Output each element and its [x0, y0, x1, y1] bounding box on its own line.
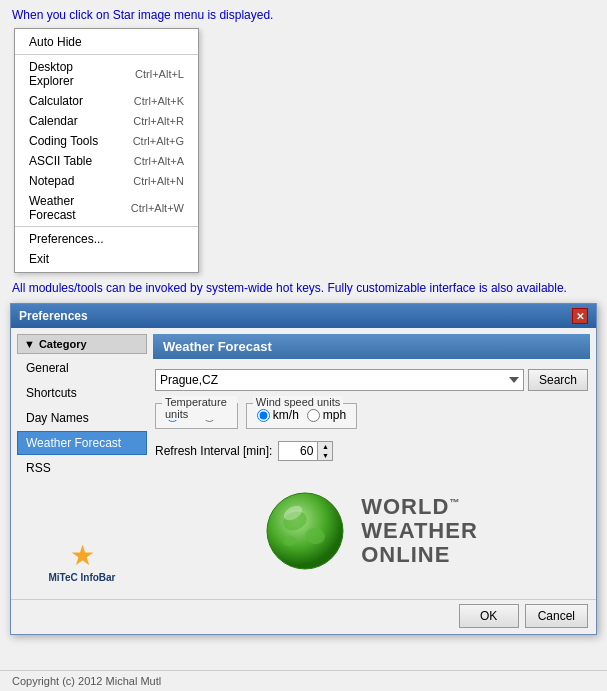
- options-row: Temperature units °C F: [153, 401, 590, 431]
- menu-item-preferences-label: Preferences...: [29, 232, 104, 246]
- dialog-overlay: Preferences ✕ ▼ Category General: [0, 303, 607, 635]
- sidebar-item-daynames[interactable]: Day Names: [17, 406, 147, 430]
- spinner-down-button[interactable]: ▼: [318, 451, 332, 460]
- menu-item-weather-forecast[interactable]: Weather Forecast Ctrl+Alt+W: [15, 191, 198, 227]
- top-info-text: When you click on Star image menu is dis…: [12, 8, 273, 22]
- wwo-logo-area: WORLD™ WEATHER ONLINE: [153, 471, 590, 591]
- menu-divider-1: [15, 54, 198, 55]
- temperature-units-group: Temperature units °C F: [155, 403, 238, 429]
- menu-item-autohide-label: Auto Hide: [29, 35, 82, 49]
- refresh-row: Refresh Interval [min]: ▲ ▼: [153, 437, 590, 465]
- dialog-footer: OK Cancel: [11, 599, 596, 634]
- sidebar-triangle-icon: ▼: [24, 338, 35, 350]
- context-menu: Auto Hide Desktop Explorer Ctrl+Alt+L Ca…: [14, 28, 199, 273]
- bottom-info-area: All modules/tools can be invoked by syst…: [0, 273, 607, 303]
- search-button[interactable]: Search: [528, 369, 588, 391]
- copyright-bar: Copyright (c) 2012 Michal Mutl OK Cancel: [0, 670, 607, 691]
- menu-item-desktop-explorer-label: Desktop Explorer: [29, 60, 115, 88]
- dialog-sidebar: ▼ Category General Shortcuts Day Names W…: [17, 334, 147, 591]
- sidebar-item-daynames-label: Day Names: [26, 411, 89, 425]
- menu-item-desktop-explorer[interactable]: Desktop Explorer Ctrl+Alt+L: [15, 57, 198, 91]
- spinner-buttons: ▲ ▼: [318, 441, 333, 461]
- refresh-input[interactable]: [278, 441, 318, 461]
- menu-item-coding-tools[interactable]: Coding Tools Ctrl+Alt+G: [15, 131, 198, 151]
- sidebar-item-weatherforecast-label: Weather Forecast: [26, 436, 121, 450]
- menu-item-weather-forecast-shortcut: Ctrl+Alt+W: [131, 202, 184, 214]
- sidebar-item-weatherforecast[interactable]: Weather Forecast: [17, 431, 147, 455]
- menu-item-ascii-table[interactable]: ASCII Table Ctrl+Alt+A: [15, 151, 198, 171]
- temperature-units-legend: Temperature units: [162, 396, 237, 420]
- wind-kmh-radio[interactable]: [257, 409, 270, 422]
- menu-item-ascii-table-shortcut: Ctrl+Alt+A: [134, 155, 184, 167]
- top-info-area: When you click on Star image menu is dis…: [0, 0, 607, 28]
- cancel-button[interactable]: Cancel: [525, 604, 588, 628]
- sidebar-item-rss[interactable]: RSS: [17, 456, 147, 480]
- wwo-world-text: WORLD™: [361, 495, 478, 519]
- menu-item-preferences[interactable]: Preferences...: [15, 229, 198, 249]
- bottom-info-text: All modules/tools can be invoked by syst…: [12, 281, 567, 295]
- page-wrapper: When you click on Star image menu is dis…: [0, 0, 607, 691]
- sidebar-bottom: ★ MiTeC InfoBar: [17, 481, 147, 591]
- sidebar-item-general-label: General: [26, 361, 69, 375]
- sidebar-brand-text: MiTeC InfoBar: [48, 572, 115, 583]
- wind-mph-text: mph: [323, 408, 346, 422]
- menu-item-notepad[interactable]: Notepad Ctrl+Alt+N: [15, 171, 198, 191]
- sidebar-category-header: ▼ Category: [17, 334, 147, 354]
- sidebar-item-shortcuts[interactable]: Shortcuts: [17, 381, 147, 405]
- star-icon: ★: [70, 539, 95, 572]
- menu-item-ascii-table-label: ASCII Table: [29, 154, 92, 168]
- wind-kmh-label[interactable]: km/h: [257, 408, 299, 422]
- dialog-title: Preferences: [19, 309, 88, 323]
- wwo-weather-text: WEATHER: [361, 519, 478, 543]
- refresh-label: Refresh Interval [min]:: [155, 444, 272, 458]
- menu-item-calendar-label: Calendar: [29, 114, 78, 128]
- sidebar-item-rss-label: RSS: [26, 461, 51, 475]
- sidebar-item-general[interactable]: General: [17, 356, 147, 380]
- ok-button[interactable]: OK: [459, 604, 519, 628]
- wind-kmh-text: km/h: [273, 408, 299, 422]
- menu-item-calendar-shortcut: Ctrl+Alt+R: [133, 115, 184, 127]
- spinner-up-button[interactable]: ▲: [318, 442, 332, 451]
- wwo-online-text: ONLINE: [361, 543, 478, 567]
- menu-item-exit[interactable]: Exit: [15, 249, 198, 269]
- wind-units-legend: Wind speed units: [253, 396, 343, 408]
- wind-units-group: Wind speed units km/h mph: [246, 403, 357, 429]
- menu-item-weather-forecast-label: Weather Forecast: [29, 194, 111, 222]
- menu-item-notepad-label: Notepad: [29, 174, 74, 188]
- sidebar-category-label: Category: [39, 338, 87, 350]
- menu-item-calculator-shortcut: Ctrl+Alt+K: [134, 95, 184, 107]
- svg-point-0: [267, 493, 343, 569]
- dialog-body: ▼ Category General Shortcuts Day Names W…: [11, 328, 596, 597]
- menu-item-autohide[interactable]: Auto Hide: [15, 32, 198, 52]
- sidebar-item-shortcuts-label: Shortcuts: [26, 386, 77, 400]
- menu-item-calendar[interactable]: Calendar Ctrl+Alt+R: [15, 111, 198, 131]
- copyright-text: Copyright (c) 2012 Michal Mutl: [12, 675, 161, 687]
- wwo-tm-text: ™: [449, 496, 460, 507]
- wwo-text-block: WORLD™ WEATHER ONLINE: [361, 495, 478, 568]
- location-select[interactable]: Prague,CZ: [155, 369, 524, 391]
- refresh-input-wrap: ▲ ▼: [278, 441, 333, 461]
- wwo-globe-icon: [265, 491, 345, 571]
- dialog-main-header: Weather Forecast: [153, 334, 590, 359]
- wind-mph-radio[interactable]: [307, 409, 320, 422]
- menu-item-calculator[interactable]: Calculator Ctrl+Alt+K: [15, 91, 198, 111]
- menu-item-exit-label: Exit: [29, 252, 49, 266]
- dialog-close-button[interactable]: ✕: [572, 308, 588, 324]
- wind-mph-label[interactable]: mph: [307, 408, 346, 422]
- dialog-main-content: Weather Forecast Prague,CZ Search Temper…: [153, 334, 590, 591]
- menu-item-desktop-explorer-shortcut: Ctrl+Alt+L: [135, 68, 184, 80]
- dialog-titlebar: Preferences ✕: [11, 304, 596, 328]
- menu-item-calculator-label: Calculator: [29, 94, 83, 108]
- preferences-dialog: Preferences ✕ ▼ Category General: [10, 303, 597, 635]
- menu-item-coding-tools-label: Coding Tools: [29, 134, 98, 148]
- search-row: Prague,CZ Search: [153, 365, 590, 395]
- menu-item-coding-tools-shortcut: Ctrl+Alt+G: [133, 135, 184, 147]
- menu-item-notepad-shortcut: Ctrl+Alt+N: [133, 175, 184, 187]
